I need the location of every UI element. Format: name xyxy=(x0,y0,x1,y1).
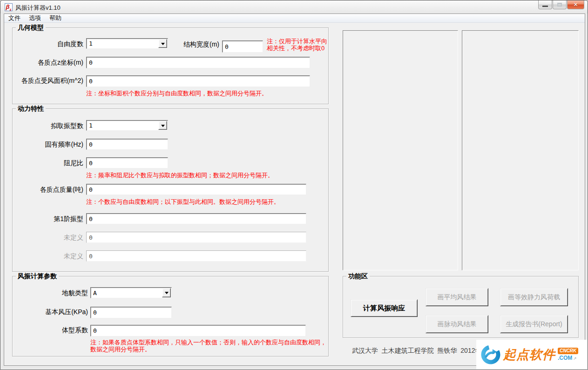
mode-count-label: 拟取振型数 xyxy=(14,122,83,130)
window-title: 风振计算器v1.10 xyxy=(15,4,61,12)
minimize-button[interactable] xyxy=(538,0,552,9)
chevron-down-icon xyxy=(161,125,165,129)
beta-icon: β xyxy=(6,3,9,10)
damping-label: 阻尼比 xyxy=(14,159,83,167)
terrain-combobox-arrow-button[interactable] xyxy=(162,288,171,297)
draw-fluctuating-wind-button: 画脉动风结果 xyxy=(426,315,488,333)
z-coords-label: 各质点z坐标(m) xyxy=(14,59,83,67)
menu-options[interactable]: 选项 xyxy=(25,14,45,22)
frequency-label: 固有频率(Hz) xyxy=(14,141,83,148)
menu-file[interactable]: 文件 xyxy=(4,14,25,22)
wind-params-note-line2: 数据之间用分号隔开。 xyxy=(90,346,326,353)
structure-width-label: 结构宽度(m) xyxy=(159,40,219,48)
watermark-logo: 起点软件 CNCRK .COM↗ xyxy=(476,340,588,370)
group-wind-params-title: 风振计算参数 xyxy=(16,272,59,280)
chevron-down-icon xyxy=(165,292,169,296)
brand-badge-bottom: .COM↗ xyxy=(558,355,577,362)
plot-panel-right xyxy=(462,30,579,270)
wind-params-note-line1: 注：如果各质点体型系数相同，只输入一个数值；否则，输入的个数应与自由度数相同， xyxy=(90,339,326,346)
z-coords-input[interactable] xyxy=(86,57,310,68)
maximize-icon xyxy=(557,3,562,7)
pressure-input[interactable] xyxy=(90,307,172,318)
group-geometry-title: 几何模型 xyxy=(16,24,46,31)
terrain-label: 地貌类型 xyxy=(19,289,88,297)
dynamic-note1: 注：频率和阻尼比个数应与拟取的振型数相同；数据之间用分号隔开。 xyxy=(86,172,274,179)
menu-help[interactable]: 帮助 xyxy=(45,14,66,22)
brand-swirl-icon xyxy=(480,344,501,365)
close-button[interactable]: ✕ xyxy=(567,0,584,9)
menu-bar: 文件 选项 帮助 xyxy=(4,14,585,23)
terrain-combobox-value: A xyxy=(91,289,162,296)
wind-params-note: 注：如果各质点体型系数相同，只输入一个数值；否则，输入的个数应与自由度数相同， … xyxy=(90,339,326,353)
generate-report-button: 生成报告书(Report) xyxy=(500,315,568,333)
draw-equivalent-static-load-button: 画等效静力风荷载 xyxy=(500,288,568,306)
close-icon: ✕ xyxy=(573,2,578,7)
minimize-icon xyxy=(542,6,548,7)
terrain-combobox[interactable]: A xyxy=(90,287,172,298)
maximize-button xyxy=(553,0,567,9)
mode1-label: 第1阶振型 xyxy=(14,215,83,223)
mass-label: 各质点质量(吨) xyxy=(11,186,83,194)
damping-input[interactable] xyxy=(86,157,168,168)
app-window: βz 风振计算器v1.10 ✕ 文件 选项 帮助 几何模型 自由度数 1 结构宽… xyxy=(0,0,588,370)
dynamic-note2: 注：个数应与自由度数相同；以下振型与此相同。数据之间用分号隔开。 xyxy=(86,198,280,205)
footer-credit: 武汉大学 土木建筑工程学院 熊铁华 2012年 xyxy=(352,347,481,355)
frequency-input[interactable] xyxy=(86,139,168,150)
mode3-label: 未定义 xyxy=(14,252,83,260)
shape-coefficient-input[interactable] xyxy=(90,325,306,336)
mode2-input xyxy=(86,232,306,243)
group-functions-title: 功能区 xyxy=(346,272,370,280)
mode1-input[interactable] xyxy=(86,213,306,224)
group-dynamic-title: 动力特性 xyxy=(16,105,46,112)
dof-combobox[interactable]: 1 xyxy=(86,38,168,49)
mode2-label: 未定义 xyxy=(14,234,83,242)
mode-count-combobox[interactable]: 1 xyxy=(86,120,168,131)
app-icon: βz xyxy=(5,3,13,11)
wind-area-input[interactable] xyxy=(86,75,310,87)
dof-label: 自由度数 xyxy=(14,40,83,48)
calculate-response-button[interactable]: 计算风振响应 xyxy=(351,299,418,317)
plot-panel-left xyxy=(343,30,458,270)
geometry-note: 注：坐标和面积个数应分别与自由度数相同，数据之间用分号隔开。 xyxy=(86,90,268,97)
brand-badge: CNCRK .COM↗ xyxy=(558,348,578,362)
title-bar: βz 风振计算器v1.10 ✕ xyxy=(0,0,588,13)
brand-badge-top: CNCRK xyxy=(558,348,578,354)
mass-input[interactable] xyxy=(86,184,306,195)
structure-width-input[interactable] xyxy=(222,40,263,53)
mode3-input xyxy=(86,250,306,262)
structure-width-note: 注：仅用于计算水平向 相关性，不考虑时取0 xyxy=(267,38,327,52)
brand-badge-com: .COM xyxy=(558,355,572,361)
dof-combobox-value: 1 xyxy=(87,40,158,47)
beta-sub-icon: z xyxy=(10,7,12,12)
draw-mean-wind-button: 画平均风结果 xyxy=(426,288,488,306)
external-link-icon: ↗ xyxy=(573,356,577,361)
wind-area-label: 各质点受风面积(m^2) xyxy=(11,77,83,85)
pressure-label: 基本风压(KPa) xyxy=(19,308,88,316)
structure-width-note-line1: 注：仅用于计算水平向 xyxy=(267,38,327,45)
brand-name: 起点软件 xyxy=(503,346,555,363)
shape-coefficient-label: 体型系数 xyxy=(19,326,88,334)
mode-count-combobox-arrow-button[interactable] xyxy=(158,121,167,130)
structure-width-note-line2: 相关性，不考虑时取0 xyxy=(267,45,327,52)
mode-count-combobox-value: 1 xyxy=(87,122,158,129)
